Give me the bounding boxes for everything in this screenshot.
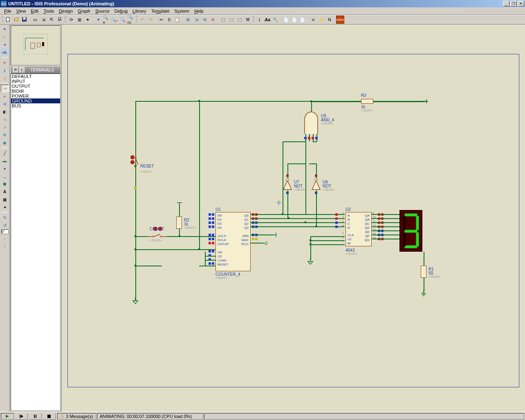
selection-mode[interactable]: ↖ [1, 25, 9, 33]
copy-button[interactable]: ⎘ [165, 16, 173, 24]
terminal-bus[interactable]: BUS [11, 103, 60, 108]
minimize-button[interactable]: _ [503, 1, 509, 7]
zoom-all-button[interactable]: 🔍 [119, 16, 127, 24]
lib-terminals-button[interactable]: L [19, 67, 25, 73]
netlist-button[interactable]: N [325, 16, 334, 24]
sim-play-button[interactable] [1, 413, 14, 420]
instrument-mode[interactable]: ◉ [1, 139, 9, 146]
component-r1[interactable] [421, 266, 426, 278]
paste-button[interactable]: 📋 [173, 16, 182, 24]
block-delete-button[interactable]: ✕ [209, 16, 217, 24]
rotate-cw-button[interactable]: ↻ [1, 214, 9, 221]
close-button[interactable]: ✕ [518, 1, 524, 7]
grid-button[interactable]: ⊞ [75, 16, 83, 24]
subcircuit-mode[interactable]: ▯ [1, 74, 9, 82]
voltage-probe-mode[interactable]: ⤢ [1, 123, 9, 131]
terminal-default[interactable]: DEFAULT [11, 74, 60, 79]
terminal-input[interactable]: INPUT [11, 79, 60, 84]
junction-mode[interactable]: ✦ [1, 41, 9, 48]
seven-segment-display[interactable] [399, 210, 422, 252]
make-device-button[interactable]: ⬚ [227, 16, 236, 24]
generator-mode[interactable]: ∿ [1, 116, 9, 123]
new-button[interactable] [4, 16, 12, 24]
sim-stop-button[interactable] [43, 413, 56, 420]
label-mode[interactable]: LBL [1, 49, 9, 56]
pan-button[interactable]: ✦ [94, 16, 102, 24]
symbol-mode[interactable]: ▦ [1, 196, 9, 203]
search-button[interactable]: Aa [263, 16, 271, 24]
menu-tools[interactable]: Tools [41, 8, 56, 14]
text-script-mode[interactable]: ≡ [1, 59, 9, 66]
sim-pause-button[interactable] [29, 413, 42, 420]
box-mode[interactable]: ▬ [1, 157, 9, 164]
menu-design[interactable]: Design [56, 8, 75, 14]
erc-button[interactable]: ⚡ [317, 16, 325, 24]
terminals-list[interactable]: DEFAULT INPUT OUTPUT BIDIR POWER GROUND … [11, 74, 61, 411]
component-u2[interactable]: ABCD CLKLEBI QAQBQCQDQEQFQG [346, 212, 372, 246]
goto-sheet-button[interactable]: 📄 [298, 16, 307, 24]
open-button[interactable] [12, 16, 20, 24]
menu-template[interactable]: Template [149, 8, 172, 14]
bus-mode[interactable]: ⫿ [1, 67, 9, 74]
menu-view[interactable]: View [14, 8, 29, 14]
graph-mode[interactable]: ≋ [1, 100, 9, 107]
mirror-x-button[interactable]: ↔ [1, 235, 9, 242]
terminal-mode[interactable]: ⊸ [1, 85, 9, 92]
wire-autoroute-button[interactable]: ⤹ [255, 16, 263, 24]
bom-button[interactable]: ≡ [309, 16, 317, 24]
terminal-ground[interactable]: GROUND [11, 98, 60, 103]
block-copy-button[interactable]: ⧉ [184, 16, 192, 24]
line-mode[interactable]: ╱ [1, 149, 9, 156]
menu-file[interactable]: File [2, 8, 14, 14]
menu-graph[interactable]: Graph [75, 8, 93, 14]
component-r3[interactable] [361, 99, 373, 104]
undo-button[interactable]: ↶ [138, 16, 146, 24]
mirror-y-button[interactable]: ↕ [1, 242, 9, 250]
cut-button[interactable]: ✂ [157, 16, 165, 24]
area-button[interactable]: ▭ [31, 16, 39, 24]
marker-mode[interactable]: ✦ [1, 203, 9, 211]
component-u1[interactable]: D0D1D2D3 UCLKDCLKCNTUP OECELOADRESET Q0Q… [215, 212, 251, 271]
terminal-power[interactable]: POWER [11, 94, 60, 98]
tape-mode[interactable]: ◐ [1, 108, 9, 115]
package-button[interactable]: ⬚ [236, 16, 244, 24]
component-mode[interactable]: ▷ [1, 33, 9, 40]
overview-panel[interactable] [11, 25, 61, 65]
text-mode[interactable]: A [1, 188, 9, 195]
menu-system[interactable]: System [172, 8, 192, 14]
terminal-bidir[interactable]: BIDIR [11, 89, 60, 94]
rotate-ccw-button[interactable]: ↺ [1, 221, 9, 229]
remove-sheet-button[interactable]: 📄 [290, 16, 298, 24]
maximize-button[interactable]: ❐ [510, 1, 517, 7]
zoom-out-button[interactable]: 🔍- [110, 16, 119, 24]
pick-button[interactable]: ⬚ [219, 16, 227, 24]
messages-panel[interactable]: ⚠ 3 Message(s) [57, 413, 96, 420]
rotation-input[interactable] [1, 229, 9, 234]
component-r2[interactable] [176, 217, 182, 229]
redraw-button[interactable]: ⟳ [67, 16, 75, 24]
terminal-output[interactable]: OUTPUT [11, 84, 60, 89]
export-button[interactable]: ⇱ [47, 16, 56, 24]
zoom-area-button[interactable]: 🔍▭ [127, 16, 135, 24]
sim-step-button[interactable] [15, 413, 28, 420]
pick-terminals-button[interactable]: P [13, 67, 18, 73]
import-button[interactable]: ⇲ [39, 16, 47, 24]
component-u7[interactable] [283, 178, 292, 190]
circle-mode[interactable]: ● [1, 165, 9, 172]
path-mode[interactable]: ⬢ [1, 180, 9, 188]
arc-mode[interactable]: ◡ [1, 172, 9, 180]
block-rotate-button[interactable]: ⟲ [200, 16, 209, 24]
menu-source[interactable]: Source [93, 8, 112, 14]
print-button[interactable] [56, 16, 64, 24]
menu-debug[interactable]: Debug [112, 8, 130, 14]
component-u5[interactable] [303, 111, 319, 134]
schematic-canvas[interactable]: D0D1D2D3 UCLKDCLKCNTUP OECELOADRESET Q0Q… [62, 25, 525, 412]
ares-button[interactable]: ARES [336, 16, 344, 24]
origin-button[interactable]: ✦ [83, 16, 92, 24]
new-sheet-button[interactable]: 📄 [282, 16, 290, 24]
menu-edit[interactable]: Edit [28, 8, 41, 14]
zoom-in-button[interactable]: 🔍+ [102, 16, 110, 24]
block-move-button[interactable]: ⇲ [192, 16, 200, 24]
current-probe-mode[interactable]: ⧉ [1, 131, 9, 139]
component-u6[interactable] [311, 178, 321, 190]
